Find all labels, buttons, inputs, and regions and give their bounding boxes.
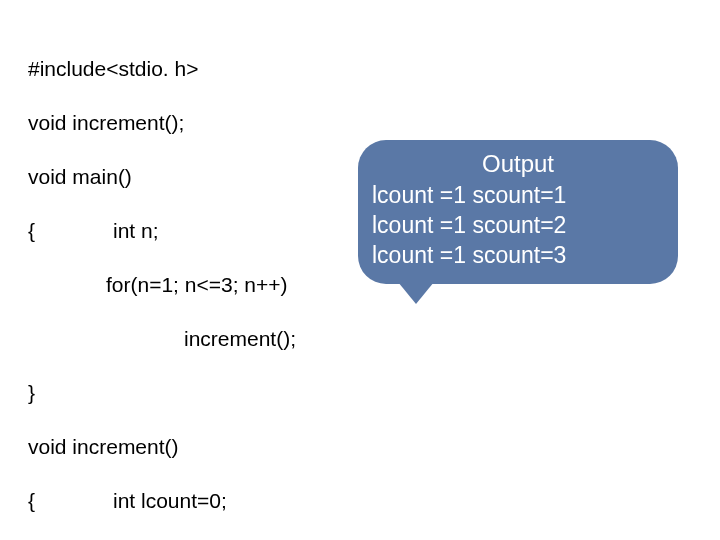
code-line: void increment() bbox=[28, 433, 566, 460]
output-row: lcount =1 scount=1 bbox=[372, 180, 664, 210]
output-title: Output bbox=[372, 150, 664, 178]
code-line: } bbox=[28, 379, 566, 406]
output-callout: Output lcount =1 scount=1 lcount =1 scou… bbox=[358, 140, 678, 284]
code-line: {int lcount=0; bbox=[28, 487, 566, 514]
speech-tail-icon bbox=[398, 282, 434, 304]
code-block: #include<stdio. h> void increment(); voi… bbox=[28, 28, 566, 540]
code-line: void increment(); bbox=[28, 109, 566, 136]
code-line: #include<stdio. h> bbox=[28, 55, 566, 82]
output-row: lcount =1 scount=2 bbox=[372, 210, 664, 240]
code-line: increment(); bbox=[28, 325, 566, 352]
output-row: lcount =1 scount=3 bbox=[372, 240, 664, 270]
